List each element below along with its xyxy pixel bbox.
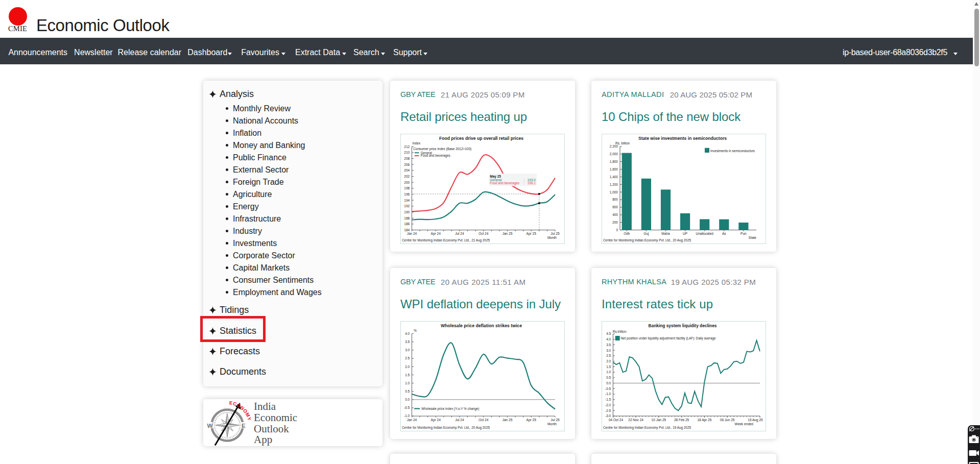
svg-text:%: %: [414, 329, 417, 332]
svg-text:202: 202: [404, 175, 410, 178]
svg-text:Month: Month: [547, 422, 557, 426]
svg-text:Month: Month: [547, 236, 557, 239]
svg-text:Oct 24: Oct 24: [479, 232, 489, 235]
svg-text:-1.5: -1.5: [605, 398, 611, 401]
svg-text:Apr 24: Apr 24: [431, 232, 441, 236]
svg-text:2.0: 2.0: [405, 365, 410, 369]
svg-text:Jul 24: Jul 24: [455, 232, 464, 235]
svg-text:210: 210: [404, 151, 410, 154]
svg-text:State: State: [749, 236, 757, 239]
svg-text:1,400: 1,400: [610, 175, 618, 179]
svg-text:15 Aug 25: 15 Aug 25: [748, 418, 763, 422]
svg-text:Investments in semiconductors: Investments in semiconductors: [710, 149, 755, 153]
svg-text:Odh: Odh: [624, 232, 630, 235]
svg-text:Jan 25: Jan 25: [503, 232, 513, 235]
svg-text:3.5: 3.5: [606, 343, 611, 347]
svg-text:Jul 25: Jul 25: [551, 232, 560, 235]
svg-text:Index: Index: [412, 141, 421, 145]
svg-text:1.5: 1.5: [606, 365, 611, 369]
svg-text:Consumer price index (Base 201: Consumer price index (Base 2012=100): [413, 147, 471, 151]
svg-text:0.5: 0.5: [405, 389, 410, 393]
svg-text:-1.0: -1.0: [404, 414, 410, 418]
svg-text:1,800: 1,800: [610, 160, 618, 163]
svg-text:4.0: 4.0: [405, 332, 410, 335]
svg-text:0: 0: [616, 228, 618, 232]
svg-text:4.0: 4.0: [606, 337, 611, 341]
svg-text:Guj: Guj: [643, 232, 649, 236]
svg-text:Jan 24: Jan 24: [407, 232, 417, 235]
svg-text:0.0: 0.0: [606, 381, 611, 385]
svg-text:-0.5: -0.5: [605, 387, 611, 390]
svg-text:1.5: 1.5: [405, 373, 410, 377]
svg-text:204: 204: [404, 168, 410, 172]
svg-text:0.0: 0.0: [405, 398, 410, 401]
svg-text:Centre for Monitoring Indian E: Centre for Monitoring Indian Economy Pvt…: [402, 426, 490, 430]
svg-text:1.0: 1.0: [606, 370, 611, 374]
svg-text:-2.0: -2.0: [605, 403, 611, 407]
svg-text:600: 600: [612, 205, 618, 209]
svg-text:400: 400: [612, 213, 618, 216]
svg-text:Centre for Monitoring Indian E: Centre for Monitoring Indian Economy Pvt…: [402, 238, 490, 242]
svg-text:Jul 25: Jul 25: [551, 418, 560, 422]
svg-text:Jan 24: Jan 24: [407, 418, 417, 422]
svg-text:212: 212: [404, 145, 410, 149]
svg-text:28 Feb 25: 28 Feb 25: [674, 418, 689, 422]
svg-text:Wholesale price index (Y-o-Y %: Wholesale price index (Y-o-Y % change): [421, 407, 479, 411]
svg-text:3.5: 3.5: [405, 340, 410, 344]
svg-text:196: 196: [404, 192, 410, 196]
svg-text:1,200: 1,200: [610, 183, 618, 186]
svg-text:200: 200: [612, 221, 618, 224]
svg-text:-0.5: -0.5: [404, 406, 410, 409]
svg-text:2.5: 2.5: [606, 354, 611, 357]
svg-text:10 Jan 25: 10 Jan 25: [652, 418, 666, 422]
svg-text:E: E: [242, 423, 246, 429]
svg-text:196.1: 196.1: [528, 181, 536, 185]
svg-text:1.0: 1.0: [405, 381, 410, 385]
svg-text:22 Nov 24: 22 Nov 24: [628, 418, 643, 422]
svg-text:1,600: 1,600: [610, 167, 618, 171]
svg-text:-2.5: -2.5: [605, 409, 611, 412]
svg-text:Food and beverages: Food and beverages: [490, 181, 519, 185]
svg-text:Centre for Monitoring Indian E: Centre for Monitoring Indian Economy Pvt…: [603, 426, 691, 430]
svg-text:3.0: 3.0: [606, 349, 611, 352]
svg-text:-1.0: -1.0: [605, 392, 611, 396]
svg-text:2.5: 2.5: [405, 356, 410, 360]
svg-text:200: 200: [404, 181, 410, 184]
svg-text:Unallocated: Unallocated: [696, 232, 714, 235]
svg-text:UP: UP: [683, 232, 687, 235]
svg-text:Food and beverages: Food and beverages: [421, 154, 451, 158]
svg-text:Food prices drive up overall r: Food prices drive up overall retail pric…: [439, 135, 523, 141]
svg-text:1,000: 1,000: [610, 190, 618, 194]
svg-text:Oct 24: Oct 24: [479, 418, 489, 422]
svg-text:04 Oct 24: 04 Oct 24: [609, 418, 624, 422]
svg-text:Apr 25: Apr 25: [527, 232, 537, 236]
svg-text:Pun: Pun: [740, 232, 747, 235]
svg-text:Centre for Monitoring Indian E: Centre for Monitoring Indian Economy Pvt…: [603, 238, 691, 242]
svg-text:Wholesale price deflation stri: Wholesale price deflation strikes twice: [441, 323, 522, 328]
svg-text:Banking system liquidity decli: Banking system liquidity declines: [649, 323, 717, 328]
svg-text:Apr 25: Apr 25: [527, 418, 537, 422]
svg-text:As: As: [722, 232, 726, 235]
svg-text:State wise investments in semi: State wise investments in semiconductors: [638, 135, 727, 141]
svg-text:18 Apr 25: 18 Apr 25: [697, 418, 711, 422]
svg-text:06 Jun 25: 06 Jun 25: [720, 418, 735, 422]
svg-text:800: 800: [612, 198, 618, 201]
svg-text:3.0: 3.0: [405, 348, 410, 352]
svg-text:Maha: Maha: [661, 232, 670, 235]
svg-text:186: 186: [404, 222, 410, 226]
svg-text:Rs.trillion: Rs.trillion: [613, 330, 627, 333]
svg-text:194: 194: [404, 199, 410, 202]
svg-text:W: W: [207, 423, 213, 429]
svg-text:198: 198: [404, 186, 410, 190]
svg-text:Apr 24: Apr 24: [431, 418, 441, 422]
svg-text:-3.0: -3.0: [605, 414, 611, 418]
svg-text:2,200: 2,200: [610, 144, 618, 148]
svg-text:Net position under liquidity a: Net position under liquidity adjustment …: [621, 336, 716, 340]
svg-text:188: 188: [404, 216, 410, 220]
svg-text::: :: [523, 181, 524, 185]
svg-text:192: 192: [404, 204, 410, 208]
svg-text:Week ended: Week ended: [735, 422, 754, 426]
svg-text:Jul 24: Jul 24: [455, 418, 464, 422]
svg-text:4.5: 4.5: [606, 332, 611, 335]
svg-text:190: 190: [404, 210, 410, 214]
